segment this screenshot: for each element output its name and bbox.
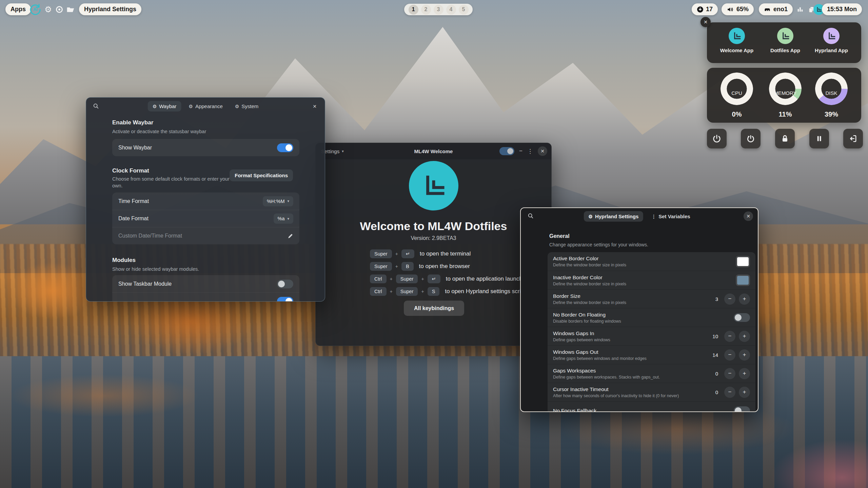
- memory-gauge: MEMORY 11%: [765, 73, 806, 118]
- key-super: Super: [370, 262, 392, 271]
- lock-screen-button[interactable]: [775, 129, 795, 148]
- no-focus-fallback-toggle[interactable]: [734, 406, 750, 412]
- format-specifications-label: Format Specifications: [235, 172, 288, 178]
- close-icon: ✕: [313, 104, 317, 109]
- hypr-window-close-button[interactable]: ✕: [744, 211, 753, 221]
- decrement-button[interactable]: −: [724, 387, 735, 398]
- format-specifications-button[interactable]: Format Specifications: [230, 169, 293, 181]
- shutdown-button[interactable]: [707, 129, 727, 148]
- keybind-desc: to open the terminal: [420, 250, 471, 257]
- increment-button[interactable]: +: [739, 293, 750, 305]
- decrement-button[interactable]: −: [724, 293, 735, 305]
- pause-icon: [814, 134, 824, 143]
- minus-icon: −: [728, 333, 732, 340]
- apps-menu-button[interactable]: Apps: [5, 3, 31, 15]
- restart-button[interactable]: [741, 129, 761, 148]
- active-border-color-swatch[interactable]: [736, 256, 750, 267]
- stats-bars-icon[interactable]: [795, 4, 805, 15]
- tab-appearance[interactable]: ⚙ Appearance: [184, 101, 227, 111]
- search-icon[interactable]: [528, 213, 534, 219]
- plus-separator: +: [390, 289, 393, 294]
- key-ctrl: Ctrl: [370, 287, 387, 296]
- welcome-close-button[interactable]: ✕: [538, 146, 547, 156]
- cpu-gauge: CPU 0%: [716, 73, 757, 118]
- tab-hyprland-settings[interactable]: ⚙ Hyprland Settings: [584, 211, 643, 222]
- show-waybar-label: Show Waybar: [118, 145, 152, 151]
- welcome-headerbar: ML4W Welcome Settings ▾ − ⋮ ✕: [316, 143, 551, 159]
- decrement-button[interactable]: −: [724, 368, 735, 379]
- clipped-module-toggle[interactable]: [277, 297, 293, 302]
- time-format-dropdown[interactable]: %H:%M ▾: [263, 196, 293, 206]
- plus-separator: +: [395, 264, 398, 269]
- border-size-value: 3: [711, 296, 718, 302]
- show-waybar-toggle[interactable]: [277, 143, 293, 152]
- search-icon[interactable]: [93, 103, 99, 109]
- minimize-button[interactable]: −: [519, 148, 522, 155]
- decrement-button[interactable]: −: [724, 349, 735, 361]
- gear-icon: ⚙: [588, 214, 593, 219]
- hyprland-app-launcher[interactable]: Hyprland App: [811, 28, 852, 53]
- tab-label: Appearance: [195, 103, 223, 109]
- tab-waybar[interactable]: ⚙ Waybar: [148, 101, 181, 111]
- inactive-border-color-swatch[interactable]: [736, 274, 750, 286]
- no-border-floating-toggle[interactable]: [734, 313, 750, 322]
- suspend-button[interactable]: [809, 129, 829, 148]
- workspace-2[interactable]: 2: [421, 5, 431, 15]
- ethernet-icon: [764, 6, 771, 13]
- welcome-app-launcher[interactable]: Welcome App: [716, 28, 757, 53]
- hyprland-app-icon: [823, 28, 840, 44]
- workspace-4[interactable]: 4: [446, 5, 456, 15]
- waybar-tab-bar: ⚙ Waybar ⚙ Appearance ⚙ System: [148, 101, 263, 111]
- key-ctrl: Ctrl: [370, 274, 387, 283]
- settings-gear-icon[interactable]: ⚙: [43, 4, 53, 15]
- increment-button[interactable]: +: [739, 368, 750, 379]
- pencil-edit-icon[interactable]: [288, 233, 293, 239]
- increment-button[interactable]: +: [739, 387, 750, 398]
- network-pill[interactable]: eno1: [759, 3, 793, 15]
- gaps-out-value: 14: [711, 352, 718, 358]
- all-keybindings-button[interactable]: All keybindings: [404, 301, 464, 316]
- active-window-title-pill[interactable]: Hyprland Settings: [79, 3, 141, 15]
- key-return: ↵: [401, 249, 414, 258]
- waybar-window-close-button[interactable]: ✕: [310, 102, 319, 111]
- active-window-title: Hyprland Settings: [84, 6, 136, 13]
- tab-label: Hyprland Settings: [595, 214, 638, 219]
- disk-value: 39%: [825, 110, 838, 118]
- clock-pill[interactable]: 15:53 Mon: [822, 3, 862, 15]
- keybind-desc: to open Hyprland settings script: [445, 288, 526, 295]
- show-taskbar-toggle[interactable]: [277, 280, 293, 288]
- cursor-timeout-row: Cursor Inactive Timeout After how many s…: [548, 383, 755, 401]
- workspace-1[interactable]: 1: [409, 5, 418, 15]
- no-focus-fallback-row: No Focus Fallback: [548, 401, 755, 412]
- workspace-5[interactable]: 5: [459, 5, 469, 15]
- row-title: No Border On Floating: [553, 312, 621, 318]
- decrement-button[interactable]: −: [724, 331, 735, 342]
- welcome-version: Version: 2.9BETA3: [316, 235, 551, 241]
- increment-button[interactable]: +: [739, 349, 750, 361]
- key-super: Super: [370, 249, 392, 258]
- date-format-value: %a: [278, 216, 285, 221]
- logout-button[interactable]: [843, 129, 863, 148]
- panel-close-button[interactable]: ✕: [701, 17, 711, 27]
- updates-pill[interactable]: 17: [692, 3, 718, 15]
- keybind-list: Super + ↵ to open the terminal Super + B…: [370, 249, 528, 297]
- dotfiles-app-launcher[interactable]: Dotfiles App: [765, 28, 806, 53]
- workspace-3[interactable]: 3: [434, 5, 443, 15]
- file-manager-folder-icon[interactable]: [65, 4, 76, 15]
- menu-kebab-button[interactable]: ⋮: [527, 148, 533, 155]
- date-format-dropdown[interactable]: %a ▾: [274, 214, 294, 224]
- keybind-row-browser: Super + B to open the browser: [370, 261, 528, 271]
- general-settings-card: Active Border Color Define the window bo…: [548, 252, 755, 412]
- ai-update-button[interactable]: AI: [28, 3, 42, 16]
- key-super: Super: [396, 287, 418, 296]
- tab-set-variables[interactable]: ⋮ Set Variables: [647, 211, 695, 222]
- chevron-down-icon: ▾: [342, 149, 344, 154]
- welcome-header-toggle[interactable]: [499, 147, 514, 155]
- browser-icon[interactable]: [54, 4, 64, 15]
- gaps-in-value: 10: [711, 333, 718, 339]
- active-border-color-row: Active Border Color Define the window bo…: [548, 252, 755, 271]
- chevron-down-icon: ▾: [287, 217, 289, 221]
- volume-pill[interactable]: 65%: [722, 3, 754, 15]
- increment-button[interactable]: +: [739, 331, 750, 342]
- tab-system[interactable]: ⚙ System: [230, 101, 263, 111]
